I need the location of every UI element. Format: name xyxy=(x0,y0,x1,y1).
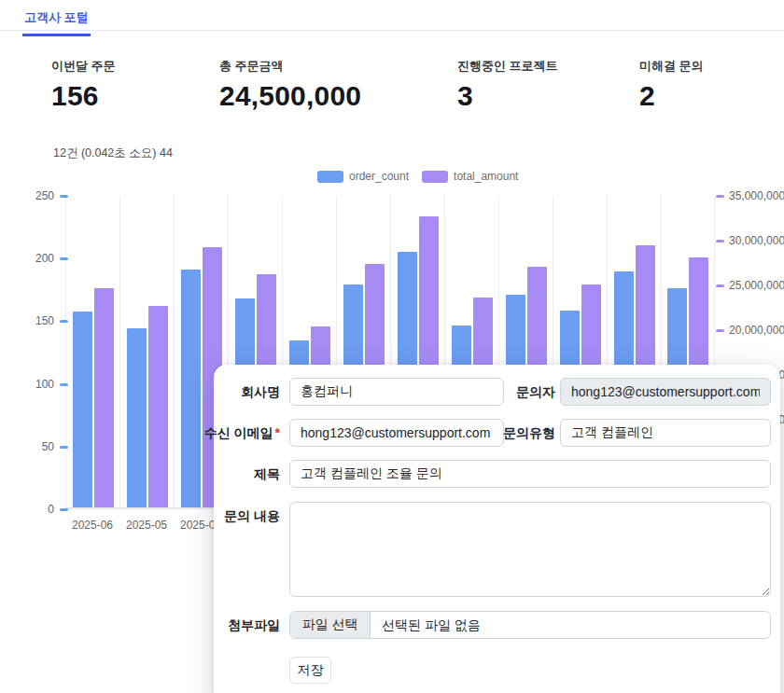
legend-item-order-count[interactable]: order_count xyxy=(317,170,409,183)
legend-label: order_count xyxy=(349,170,409,183)
stat-label: 미해결 문의 xyxy=(639,58,704,75)
stat-total-amount: 총 주문금액 24,500,000 xyxy=(219,58,361,112)
tab-customer-portal[interactable]: 고객사 포털 xyxy=(22,0,91,36)
tab-bar: 고객사 포털 xyxy=(0,0,784,31)
stat-open-inquiries: 미해결 문의 2 xyxy=(639,58,704,112)
right-axis-tick xyxy=(716,195,724,198)
left-axis-tick-label: 100 xyxy=(0,377,54,392)
left-axis-tick-label: 0 xyxy=(0,502,54,517)
right-axis-tick-label: 25,000,000 xyxy=(729,278,784,293)
query-result-meta: 12건 (0.042초 소요) 44 xyxy=(53,146,173,161)
file-input[interactable]: 파일 선택 선택된 파일 없음 xyxy=(289,611,771,639)
left-axis-tick-label: 200 xyxy=(0,251,54,266)
left-axis-tick xyxy=(60,508,68,511)
attachment-label: 첨부파일 xyxy=(195,611,280,639)
subject-label: 제목 xyxy=(195,460,280,488)
legend-swatch-blue xyxy=(317,171,343,183)
inquiry-content-label: 문의 내용 xyxy=(195,502,280,530)
order_count-bar xyxy=(73,312,92,507)
recipient-email-input[interactable] xyxy=(289,419,504,447)
chart-legend: order_count total_amount xyxy=(317,170,518,183)
stat-label: 총 주문금액 xyxy=(219,58,361,75)
left-axis-tick xyxy=(60,446,68,449)
inquirer-input[interactable] xyxy=(560,378,771,406)
right-axis-tick-label: 30,000,000 xyxy=(729,233,784,248)
left-axis-tick-label: 150 xyxy=(0,313,54,328)
x-axis-label: 2025-05 xyxy=(119,519,174,532)
bar-group-2025-05 xyxy=(119,196,174,507)
right-axis-tick xyxy=(716,240,724,243)
stat-active-projects: 진행중인 프로젝트 3 xyxy=(457,58,558,112)
left-axis-tick xyxy=(60,383,68,386)
legend-label: total_amount xyxy=(454,170,518,183)
right-axis-tick xyxy=(716,284,724,287)
right-axis-tick xyxy=(716,329,724,332)
legend-swatch-purple xyxy=(422,171,448,183)
stat-monthly-orders: 이번달 주문 156 xyxy=(51,58,116,112)
x-axis-label: 2025-06 xyxy=(65,519,119,532)
left-axis-tick xyxy=(60,195,68,198)
company-label: 회사명 xyxy=(195,378,280,406)
inquiry-content-textarea[interactable] xyxy=(289,502,771,597)
company-input[interactable] xyxy=(289,378,504,406)
left-axis-tick xyxy=(60,320,68,323)
inquiry-type-input[interactable] xyxy=(560,419,771,447)
required-asterisk: * xyxy=(275,425,280,440)
recipient-email-label-text: 수신 이메일 xyxy=(204,425,273,440)
stat-value: 24,500,000 xyxy=(219,80,361,112)
inquiry-type-label: 문의유형 xyxy=(490,419,555,447)
stat-label: 이번달 주문 xyxy=(51,58,116,75)
stat-value: 3 xyxy=(457,80,558,112)
bar-group-2025-06 xyxy=(65,196,119,507)
right-axis-tick-label: 20,000,000 xyxy=(729,323,784,338)
left-axis-tick xyxy=(60,257,68,260)
left-axis-tick-label: 250 xyxy=(0,188,54,203)
file-status-text: 선택된 파일 없음 xyxy=(371,612,770,638)
subject-input[interactable] xyxy=(289,460,771,488)
order_count-bar xyxy=(127,328,147,507)
customer-portal-page: 고객사 포털 이번달 주문 156 총 주문금액 24,500,000 진행중인… xyxy=(0,0,784,693)
save-button[interactable]: 저장 xyxy=(289,657,331,684)
inquiry-form-card: 회사명 문의자 수신 이메일* 문의유형 제목 문의 내용 첨부파일 파일 선택… xyxy=(214,365,780,693)
legend-item-total-amount[interactable]: total_amount xyxy=(422,170,518,183)
inquirer-label: 문의자 xyxy=(490,378,555,406)
stat-value: 156 xyxy=(51,80,116,112)
total_amount-bar xyxy=(94,288,114,507)
stat-label: 진행중인 프로젝트 xyxy=(457,58,558,75)
left-axis-tick-label: 50 xyxy=(0,439,54,454)
stat-value: 2 xyxy=(639,80,704,112)
total_amount-bar xyxy=(148,306,168,507)
right-axis-tick-label: 35,000,000 xyxy=(729,188,784,203)
recipient-email-label: 수신 이메일* xyxy=(195,419,280,447)
file-select-button[interactable]: 파일 선택 xyxy=(290,612,371,638)
